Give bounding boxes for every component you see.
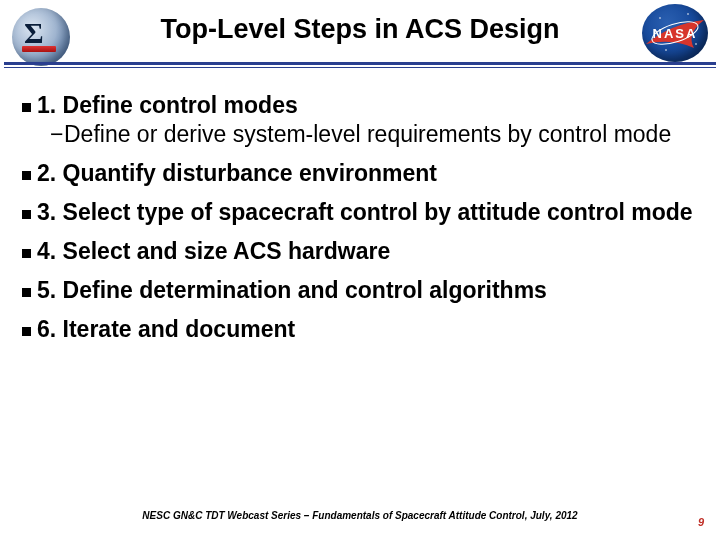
list-item: 4. Select and size ACS hardware [22, 238, 698, 265]
list-item: 1. Define control modes − Define or deri… [22, 92, 698, 148]
header-rule [0, 62, 720, 68]
list-item: 5. Define determination and control algo… [22, 277, 698, 304]
svg-point-4 [695, 43, 697, 45]
sub-label: Define or derive system-level requiremen… [64, 121, 671, 147]
bullet-icon [22, 103, 31, 112]
slide-title: Top-Level Steps in ACS Design [90, 14, 630, 45]
list-item: 6. Iterate and document [22, 316, 698, 343]
bullet-icon [22, 288, 31, 297]
step-label: 3. Select type of spacecraft control by … [37, 199, 693, 225]
sub-item: − Define or derive system-level requirem… [64, 121, 698, 147]
list-item: 3. Select type of spacecraft control by … [22, 199, 698, 226]
svg-point-2 [687, 13, 689, 15]
slide-footer: NESC GN&C TDT Webcast Series – Fundament… [0, 510, 720, 528]
slide-header: Σ Top-Level Steps in ACS Design NASA [0, 0, 720, 72]
slide: Σ Top-Level Steps in ACS Design NASA 1. … [0, 0, 720, 540]
svg-point-1 [659, 17, 661, 19]
page-number: 9 [698, 516, 704, 528]
nesc-logo-icon: Σ [10, 6, 72, 68]
slide-body: 1. Define control modes − Define or deri… [22, 82, 698, 355]
footer-text: NESC GN&C TDT Webcast Series – Fundament… [0, 510, 720, 521]
bullet-icon [22, 327, 31, 336]
step-label: 4. Select and size ACS hardware [37, 238, 390, 264]
bullet-icon [22, 210, 31, 219]
svg-point-3 [665, 49, 667, 51]
step-label: 6. Iterate and document [37, 316, 295, 342]
nasa-logo-text: NASA [642, 26, 708, 41]
step-label: 2. Quantify disturbance environment [37, 160, 437, 186]
bullet-icon [22, 249, 31, 258]
list-item: 2. Quantify disturbance environment [22, 160, 698, 187]
step-label: 1. Define control modes [37, 92, 298, 118]
nasa-logo-icon: NASA [642, 4, 708, 62]
bullet-icon [22, 171, 31, 180]
step-label: 5. Define determination and control algo… [37, 277, 547, 303]
dash-icon: − [50, 121, 63, 147]
